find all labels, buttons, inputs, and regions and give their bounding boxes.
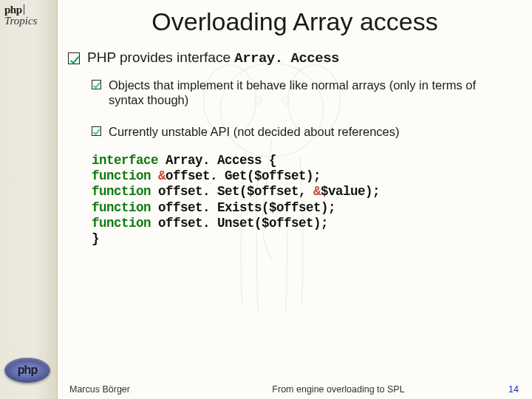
footer-author: Marcus Börger (69, 384, 188, 395)
bullet-text: Currently unstable API (not decided abou… (109, 124, 399, 140)
lead-text: PHP provides interface Array. Access (87, 50, 339, 67)
code-line: function &offset. Get($offset); (92, 168, 532, 184)
slide-content: Overloading Array access PHP provides in… (58, 0, 532, 399)
lead-bullet: PHP provides interface Array. Access (58, 47, 532, 75)
footer-page-number: 14 (489, 384, 519, 395)
lead-mono: Array. Access (234, 50, 339, 66)
code-line: } (92, 231, 532, 247)
slide-title: Overloading Array access (58, 0, 532, 47)
sidebar: php Tropics php (0, 0, 58, 399)
code-line: function offset. Unset($offset); (92, 216, 532, 231)
bullet-text: Objects that implement it behave like no… (109, 78, 511, 108)
check-icon (68, 52, 80, 64)
code-block: interface Array. Access { function &offs… (58, 153, 532, 248)
code-line: function offset. Exists($offset); (92, 200, 532, 216)
php-logo-text: php (18, 364, 37, 377)
footer-talk-title: From engine overloading to SPL (188, 384, 489, 395)
brand-top: php Tropics (4, 3, 37, 27)
php-logo-icon: php (4, 358, 50, 383)
code-line: interface Array. Access { (92, 153, 532, 168)
check-icon (92, 80, 101, 89)
sub-bullets: Objects that implement it behave like no… (58, 75, 532, 153)
check-icon (92, 126, 101, 136)
list-item: Objects that implement it behave like no… (92, 75, 511, 121)
code-line: function offset. Set($offset, &$value); (92, 184, 532, 200)
list-item: Currently unstable API (not decided abou… (92, 121, 511, 153)
lead-pre: PHP provides interface (87, 50, 234, 65)
brand-sub: Tropics (4, 15, 37, 27)
brand-word: php (4, 4, 22, 16)
footer: Marcus Börger From engine overloading to… (58, 384, 532, 395)
